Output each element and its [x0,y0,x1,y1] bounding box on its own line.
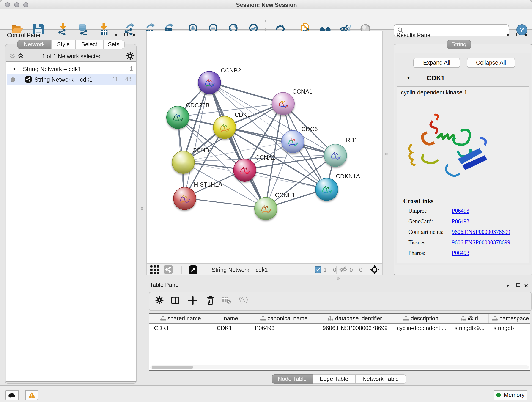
left-splitter-handle[interactable] [141,207,143,210]
network-row-selected[interactable]: String Network – cdk1 11 48 [7,74,136,85]
crosslink-label: Pharos: [408,250,425,257]
bottom-splitter-handle[interactable] [337,277,340,280]
import-table-icon[interactable] [97,22,110,36]
tab-network[interactable]: Network [17,40,51,49]
tab-node-table[interactable]: Node Table [272,375,313,384]
node-hist1h1a[interactable] [173,187,196,210]
tab-style[interactable]: Style [51,40,76,49]
gene-expander-icon[interactable]: ▼ [406,76,411,80]
edge[interactable] [244,170,326,189]
table-panel-menu-icon[interactable]: ▼ [506,284,510,288]
warning-button[interactable] [25,390,38,400]
node-ccnb2[interactable] [198,71,221,94]
gene-description: cyclin-dependent kinase 1 [401,89,467,96]
tab-sets[interactable]: Sets [103,40,124,49]
cloud-icon [8,392,17,398]
right-splitter-handle[interactable] [385,153,388,155]
collapse-all-button[interactable]: Collapse All [467,58,515,68]
node-ccnb1[interactable] [172,151,195,174]
network-edge-count: 48 [125,76,132,83]
table-header-row: shared namenamecanonical namedatabase id… [149,313,530,324]
status-bar: Memory [0,385,532,402]
node-rb1[interactable] [324,144,347,167]
import-database-icon[interactable] [76,22,90,36]
crosslink-tissues[interactable]: 9606.ENSP00000378699 [452,239,510,246]
results-panel-close-icon[interactable]: × [524,32,528,37]
column-header-@id[interactable]: @id [450,313,489,323]
column-header-canonical-name[interactable]: canonical name [250,313,318,323]
node-label-cdk1: CDK1 [234,111,250,118]
cell: cyclin-dependent ... [392,324,450,334]
crosshair-pan-icon[interactable] [370,265,380,274]
tab-string[interactable]: String [447,40,471,49]
selected-count: 1 – 0 [323,267,336,273]
network-view-title: String Network – cdk1 [212,267,268,273]
node-label-rb1: RB1 [346,137,358,143]
column-header-name[interactable]: name [212,313,250,323]
column-header-namespace[interactable]: namespace [489,313,532,323]
cloud-button[interactable] [6,390,19,400]
edge[interactable] [184,82,209,198]
control-panel-close-icon[interactable]: × [132,32,136,37]
network-icon [25,76,32,84]
open-in-new-view-icon[interactable] [189,265,197,274]
results-panel-menu-icon[interactable]: ▼ [506,33,510,38]
title-bar: Session: New Session [0,0,532,10]
memory-button[interactable]: Memory [494,390,527,400]
collapse-all-networks-icon[interactable] [9,53,16,61]
crosslink-compartments[interactable]: 9606.ENSP00000378699 [452,229,510,236]
column-header-shared-name[interactable]: shared name [149,313,212,323]
network-canvas[interactable]: CCNB2CCNA1CDC25BCDK1CDC6RB1CCNB1CCNA2CDK… [146,31,383,264]
crosslink-pharos[interactable]: P06493 [452,250,469,257]
tab-network-table[interactable]: Network Table [355,375,406,384]
expand-all-button[interactable]: Expand All [413,58,460,68]
cell: CDK1 [149,324,212,334]
collection-count: 1 [130,65,133,72]
node-label-cdkn1a: CDKN1A [336,173,360,180]
table-panel-title: Table Panel [150,282,180,288]
selected-checkbox-icon[interactable] [315,266,321,273]
delete-table-icon [222,296,231,304]
birdseye-grid-icon[interactable] [150,265,159,274]
column-header-database-identifier[interactable]: database identifier [318,313,392,323]
toolbar-separator [49,20,49,36]
node-ccna1[interactable] [272,92,295,115]
table-row[interactable]: CDK1CDK1P064939606.ENSP00000378699cyclin… [149,324,530,334]
expand-all-networks-icon[interactable] [17,53,24,61]
crosslink-uniprot[interactable]: P06493 [452,208,469,215]
control-panel-float-icon[interactable] [124,32,128,36]
gene-section: ▼ CDK1 cyclin-dependent kinase 1 [395,72,531,265]
crosslink-genecard[interactable]: P06493 [452,218,469,225]
node-cdc25b[interactable] [166,106,189,129]
node-ccna2[interactable] [233,159,256,182]
node-table[interactable]: shared namenamecanonical namedatabase id… [149,313,530,371]
node-cdc6[interactable] [281,130,304,153]
tab-select[interactable]: Select [76,40,103,49]
table-panel-close-icon[interactable]: × [524,283,528,288]
window-title: Session: New Session [0,2,532,8]
scrollbar-thumb[interactable] [152,366,193,369]
results-panel-float-icon[interactable] [516,32,520,36]
table-panel-float-icon[interactable] [516,283,520,287]
hidden-eye-icon[interactable] [339,266,347,273]
node-cdkn1a[interactable] [315,178,338,201]
network-collection-row[interactable]: ▼ String Network – cdk1 1 [7,64,136,74]
network-options-gear-icon[interactable] [126,52,134,62]
network-share-icon[interactable] [164,265,173,274]
table-settings-gear-icon[interactable] [155,296,164,304]
node-cdk1[interactable] [213,116,236,139]
edge[interactable] [184,198,265,208]
collection-expander-icon[interactable]: ▼ [12,66,17,71]
delete-column-icon[interactable] [206,296,215,305]
add-column-icon[interactable] [188,296,197,305]
table-horizontal-scrollbar[interactable] [150,365,529,370]
show-columns-icon[interactable] [171,296,180,305]
node-label-cdc6: CDC6 [302,126,318,133]
column-header-description[interactable]: description [392,313,450,323]
import-network-icon[interactable] [56,22,70,36]
node-ccne1[interactable] [254,197,277,220]
tab-edge-table[interactable]: Edge Table [313,375,355,384]
collection-label: String Network – cdk1 [23,65,81,72]
edge[interactable] [209,82,265,208]
control-panel-menu-icon[interactable]: ▼ [114,33,118,38]
